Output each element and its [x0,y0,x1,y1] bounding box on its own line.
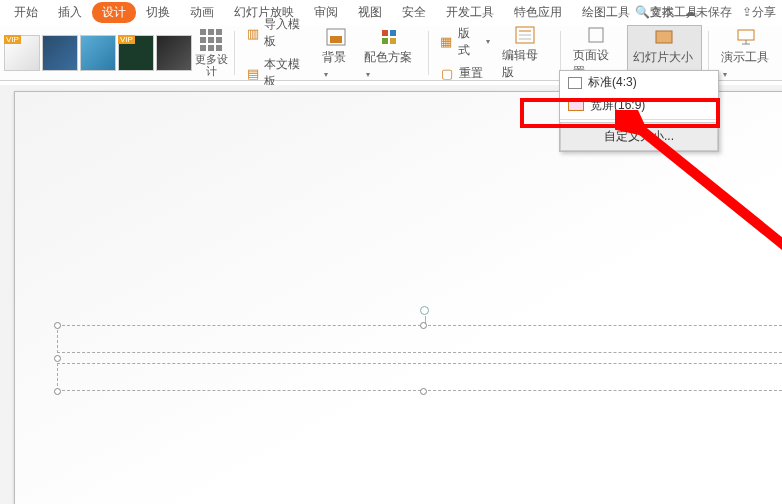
master-icon [515,25,535,45]
background-button[interactable]: 背景▾ [316,25,357,82]
unsaved-status[interactable]: ☁未保存 [684,4,732,21]
edit-master-button[interactable]: 编辑母版 [496,23,554,83]
theme-thumb[interactable]: VIP [118,35,154,71]
reset-button[interactable]: ▢ 重置 [435,63,494,84]
svg-rect-10 [589,28,603,42]
color-scheme-label: 配色方案 [364,50,412,64]
tab-design[interactable]: 设计 [92,2,136,23]
ratio-16-9-icon [568,101,584,111]
theme-thumb[interactable] [80,35,116,71]
tab-drawtools[interactable]: 绘图工具 [572,1,640,24]
share-button[interactable]: ⇪分享 [742,4,776,21]
template-icon: ▤ [245,65,260,81]
chevron-down-icon: ▾ [324,70,328,79]
vip-badge: VIP [118,35,135,44]
svg-rect-1 [330,36,342,43]
rotation-handle[interactable] [420,306,429,315]
divider [428,31,429,75]
slide-size-custom-label: 自定义大小... [604,129,674,143]
divider [234,31,235,75]
background-label: 背景 [322,50,346,64]
resize-handle[interactable] [54,322,61,329]
present-tools-icon [736,27,756,47]
resize-handle[interactable] [420,388,427,395]
present-tools-label: 演示工具 [721,50,769,64]
present-tools-button[interactable]: 演示工具▾ [715,25,779,82]
ratio-4-3-icon [568,77,582,89]
chevron-down-icon: ▾ [486,37,490,46]
reset-icon: ▢ [439,65,455,81]
topright-group: 🔍查找 ☁未保存 ⇪分享 [635,4,776,21]
tab-start[interactable]: 开始 [4,1,48,24]
color-scheme-button[interactable]: 配色方案▾ [358,25,422,82]
reset-label: 重置 [459,65,483,82]
share-icon: ⇪ [742,5,752,19]
vip-badge: VIP [4,35,21,44]
tab-devtools[interactable]: 开发工具 [436,1,504,24]
title-placeholder[interactable] [57,325,782,353]
resize-handle[interactable] [420,322,427,329]
theme-thumb[interactable]: VIP [4,35,40,71]
layout-label: 版式 [458,25,480,59]
background-icon [326,27,346,47]
slide[interactable] [14,91,782,504]
slide-size-label: 幻灯片大小 [633,50,693,64]
edit-master-label: 编辑母版 [502,47,548,81]
svg-rect-4 [382,38,388,44]
slide-size-wide-label: 宽屏(16:9) [590,97,645,114]
tab-slideshow[interactable]: 幻灯片放映 [224,1,304,24]
slide-size-dropdown: 标准(4:3) 宽屏(16:9) 自定义大小... [559,70,719,152]
search-icon: 🔍 [635,5,650,19]
layout-icon: ▦ [439,34,454,50]
divider [708,31,709,75]
more-design-label: 更多设计 [195,53,228,77]
tab-special[interactable]: 特色应用 [504,1,572,24]
tab-transition[interactable]: 切换 [136,1,180,24]
chevron-down-icon: ▾ [723,70,727,79]
tab-security[interactable]: 安全 [392,1,436,24]
cloud-icon: ☁ [684,5,696,19]
search-button[interactable]: 🔍查找 [635,4,674,21]
slide-size-wide[interactable]: 宽屏(16:9) [560,94,718,117]
svg-rect-2 [382,30,388,36]
theme-gallery[interactable]: VIP VIP [4,35,192,71]
svg-rect-3 [390,30,396,36]
tab-animation[interactable]: 动画 [180,1,224,24]
layout-button[interactable]: ▦ 版式▾ [435,23,494,61]
menu-separator [560,119,718,120]
svg-rect-12 [738,30,754,40]
tab-review[interactable]: 审阅 [304,1,348,24]
slide-size-icon [654,27,674,47]
tab-bar: 开始 插入 设计 切换 动画 幻灯片放映 审阅 视图 安全 开发工具 特色应用 … [0,0,782,26]
resize-handle[interactable] [54,388,61,395]
grid-icon [194,29,228,51]
chevron-down-icon: ▾ [366,70,370,79]
tab-view[interactable]: 视图 [348,1,392,24]
theme-thumb[interactable] [42,35,78,71]
more-design-button[interactable]: 更多设计 [194,29,228,77]
import-icon: ▥ [245,25,260,41]
page-setup-icon [586,25,606,45]
divider [560,31,561,75]
svg-rect-11 [656,31,672,43]
slide-size-standard[interactable]: 标准(4:3) [560,71,718,94]
tab-insert[interactable]: 插入 [48,1,92,24]
theme-thumb[interactable] [156,35,192,71]
slide-size-custom[interactable]: 自定义大小... [560,122,718,151]
svg-rect-5 [390,38,396,44]
resize-handle[interactable] [54,355,61,362]
subtitle-placeholder[interactable] [57,363,782,391]
slide-size-standard-label: 标准(4:3) [588,74,637,91]
color-scheme-icon [380,27,400,47]
